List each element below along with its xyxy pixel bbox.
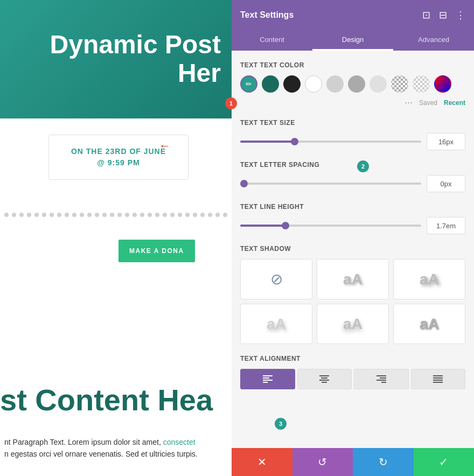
- dot: [140, 213, 144, 217]
- dot: [133, 213, 137, 217]
- dot: [215, 213, 220, 217]
- shadow-label: Text Shadow: [240, 245, 465, 253]
- lineheight-input[interactable]: [427, 217, 465, 234]
- cancel-button[interactable]: ✕: [232, 448, 292, 476]
- spacing-slider-thumb[interactable]: [240, 180, 248, 187]
- black-swatch[interactable]: [283, 75, 301, 93]
- paragraph-static: nt Paragraph Text. Lorem ipsum dolor sit…: [4, 438, 161, 446]
- shadow-grid: ⊘ aA aA aA aA aA: [240, 259, 465, 344]
- dots-decoration: [4, 213, 231, 217]
- shadow-option-2[interactable]: aA: [393, 259, 465, 299]
- shadow-text-1: aA: [343, 271, 363, 288]
- spacing-slider-wrapper: [240, 178, 421, 189]
- shadow-text-3: aA: [267, 316, 286, 333]
- dot: [57, 213, 61, 217]
- gray-swatch[interactable]: [348, 75, 365, 93]
- dot: [34, 213, 39, 217]
- tab-advanced[interactable]: Advanced: [393, 30, 474, 51]
- svg-rect-15: [433, 382, 443, 383]
- svg-rect-3: [263, 382, 268, 383]
- eyedropper-swatch[interactable]: ✏: [240, 75, 257, 93]
- align-center-button[interactable]: [297, 369, 352, 389]
- dot: [27, 213, 31, 217]
- shadow-option-4[interactable]: aA: [317, 304, 389, 344]
- svg-rect-4: [319, 375, 329, 376]
- dot: [19, 213, 24, 217]
- align-left-button[interactable]: [240, 369, 295, 389]
- dot: [148, 213, 152, 217]
- recent-label[interactable]: Recent: [444, 99, 465, 107]
- lineheight-slider-wrapper: [240, 220, 421, 231]
- dot: [12, 213, 16, 217]
- cancel-icon: ✕: [257, 456, 267, 468]
- dot: [200, 213, 205, 217]
- badge-3: 3: [275, 418, 287, 430]
- checker-swatch[interactable]: [391, 75, 408, 93]
- align-right-button[interactable]: [354, 369, 409, 389]
- dot: [95, 213, 99, 217]
- lineheight-slider-row: [240, 217, 465, 234]
- checker2-swatch[interactable]: [413, 75, 430, 93]
- dot: [155, 213, 159, 217]
- dot: [208, 213, 212, 217]
- size-slider-thumb[interactable]: [291, 138, 298, 145]
- dot: [193, 213, 197, 217]
- alignment-label: Text Alignment: [240, 355, 465, 362]
- dot: [117, 213, 122, 217]
- size-input[interactable]: [427, 133, 465, 150]
- paragraph-static2: n egestas orci vel ornare venenatis. Sed…: [4, 450, 198, 458]
- undo-button[interactable]: ↺: [292, 448, 353, 476]
- tab-design[interactable]: Design: [312, 30, 393, 51]
- no-shadow-icon: ⊘: [270, 270, 283, 288]
- dot: [110, 213, 114, 217]
- svg-rect-11: [381, 382, 386, 383]
- columns-icon[interactable]: ⊟: [439, 9, 447, 21]
- lineheight-slider-thumb[interactable]: [282, 222, 289, 229]
- teal-swatch[interactable]: [262, 75, 279, 93]
- donate-button[interactable]: MAKE A DONA: [119, 240, 195, 262]
- header-icons: ⊡ ⊟ ⋮: [422, 9, 465, 21]
- size-slider-wrapper: [240, 136, 421, 147]
- save-button[interactable]: ✓: [414, 448, 475, 476]
- light-gray-swatch[interactable]: [326, 75, 344, 93]
- redo-button[interactable]: ↻: [353, 448, 414, 476]
- shadow-option-3[interactable]: aA: [240, 304, 312, 344]
- dot: [65, 213, 69, 217]
- redo-icon: ↻: [379, 456, 388, 468]
- lineheight-slider-track: [240, 225, 421, 227]
- more-icon[interactable]: ⋮: [456, 9, 465, 21]
- dot: [50, 213, 54, 217]
- tab-content[interactable]: Content: [232, 30, 312, 51]
- align-right-icon: [377, 375, 386, 383]
- dot: [4, 213, 9, 217]
- svg-rect-12: [433, 375, 443, 376]
- paragraph-text: nt Paragraph Text. Lorem ipsum dolor sit…: [0, 436, 232, 465]
- svg-rect-7: [322, 382, 327, 383]
- shadow-none[interactable]: ⊘: [240, 259, 312, 299]
- shadow-text-2: aA: [420, 271, 439, 288]
- more-dots[interactable]: ···: [405, 97, 413, 108]
- svg-rect-9: [380, 377, 386, 379]
- dot: [72, 213, 76, 217]
- svg-rect-2: [263, 380, 273, 381]
- spacing-input[interactable]: [427, 175, 465, 192]
- svg-rect-13: [433, 377, 443, 379]
- lighter-gray-swatch[interactable]: [370, 75, 387, 93]
- alignment-section: Text Alignment: [240, 355, 465, 389]
- shadow-option-1[interactable]: aA: [317, 259, 389, 299]
- svg-rect-8: [377, 375, 386, 376]
- date-line2: @ 9:59 PM: [54, 157, 183, 169]
- gradient-swatch[interactable]: [434, 75, 451, 93]
- saved-recent-row: ··· Saved Recent: [240, 97, 465, 108]
- svg-rect-6: [319, 380, 329, 381]
- white-swatch[interactable]: [305, 75, 322, 93]
- focus-icon[interactable]: ⊡: [422, 9, 430, 21]
- spacing-slider-track: [240, 183, 421, 185]
- dot: [125, 213, 129, 217]
- saved-label[interactable]: Saved: [419, 99, 437, 107]
- shadow-option-5[interactable]: aA: [393, 304, 465, 344]
- align-justify-button[interactable]: [411, 369, 466, 389]
- size-slider-fill: [240, 141, 295, 143]
- alignment-row: [240, 369, 465, 389]
- paragraph-link[interactable]: consectet: [163, 438, 196, 446]
